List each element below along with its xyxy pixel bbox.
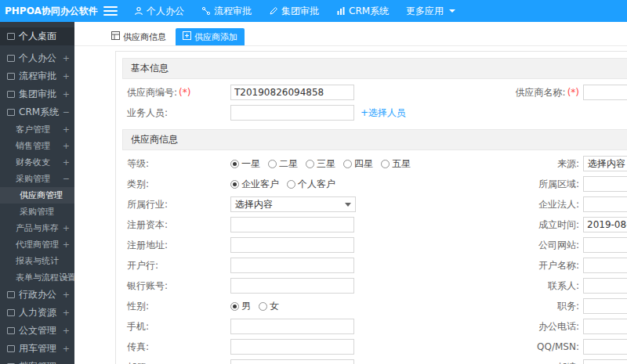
nav-personal-office[interactable]: 个人办公 bbox=[125, 0, 193, 22]
bank-no-input[interactable] bbox=[230, 278, 354, 294]
nav-group-approval[interactable]: 集团审批 bbox=[260, 0, 328, 22]
level-option[interactable]: 三星 bbox=[306, 157, 335, 171]
field-label: 传真: bbox=[116, 341, 230, 354]
expand-icon: + bbox=[63, 340, 70, 358]
fax-input[interactable] bbox=[230, 339, 354, 355]
required-mark: (*) bbox=[179, 87, 190, 98]
position-input[interactable] bbox=[583, 298, 627, 314]
expand-icon: + bbox=[63, 304, 70, 322]
mobile-input[interactable] bbox=[230, 319, 354, 334]
supplier-name-input[interactable] bbox=[583, 85, 627, 100]
sidebar-item-document-mgmt[interactable]: 公文管理 + bbox=[0, 322, 74, 340]
sales-person-input[interactable] bbox=[230, 105, 354, 121]
form-row: 性别: 男 女 职务: bbox=[116, 296, 627, 316]
office-icon bbox=[7, 291, 15, 298]
radio-icon bbox=[259, 302, 267, 311]
nav-more-apps[interactable]: 更多应用 bbox=[397, 0, 464, 22]
field-label: 办公电话: bbox=[473, 320, 583, 333]
field-label: 企业法人: bbox=[473, 198, 583, 211]
choose-person-link[interactable]: +选择人员 bbox=[361, 106, 406, 120]
email-input[interactable] bbox=[230, 359, 354, 364]
sidebar-item-supplier-mgmt[interactable]: 供应商管理 bbox=[0, 187, 74, 204]
form-add-icon bbox=[183, 31, 191, 42]
expand-icon: + bbox=[63, 49, 70, 67]
sidebar-item-product-stock[interactable]: 产品与库存 + bbox=[0, 220, 74, 236]
website-input[interactable] bbox=[583, 237, 627, 253]
supplier-no-input[interactable] bbox=[230, 85, 354, 100]
sidebar-item-crm-system[interactable]: CRM系统 − bbox=[0, 103, 74, 121]
tab-label: 供应商信息 bbox=[123, 31, 166, 43]
office-phone-input[interactable] bbox=[583, 319, 627, 334]
sidebar-item-label: 财务收支 bbox=[16, 157, 50, 168]
category-option[interactable]: 企业客户 bbox=[230, 178, 279, 191]
sidebar-item-form-flow-settings[interactable]: 表单与流程设置 + bbox=[0, 269, 74, 286]
gender-option[interactable]: 女 bbox=[259, 300, 279, 313]
form-row: 注册资本: 成立时间: bbox=[116, 214, 627, 235]
sidebar-item-agent-mgmt[interactable]: 代理商管理 + bbox=[0, 236, 74, 253]
field-label: 注册资本: bbox=[116, 218, 230, 232]
account-name-input[interactable] bbox=[583, 258, 627, 273]
field-label: 邮编: bbox=[473, 361, 583, 364]
field-label: 银行账号: bbox=[116, 279, 230, 293]
expand-icon: + bbox=[63, 85, 70, 103]
sidebar-item-label: 客户管理 bbox=[16, 124, 50, 135]
flow-icon bbox=[201, 6, 211, 16]
expand-icon: + bbox=[63, 220, 70, 236]
industry-select[interactable]: 选择内容 bbox=[230, 196, 356, 212]
reg-capital-input[interactable] bbox=[230, 217, 354, 232]
sidebar-item-purchasing[interactable]: 采购管理 bbox=[0, 204, 74, 220]
tab-supplier-add[interactable]: 供应商添加 bbox=[176, 28, 245, 45]
sidebar-item-vehicle-mgmt[interactable]: 用车管理 + bbox=[0, 340, 74, 358]
section-basic-info: 基本信息 bbox=[122, 58, 627, 79]
gender-option[interactable]: 男 bbox=[230, 300, 251, 313]
sidebar-item-admin-office[interactable]: 行政办公 + bbox=[0, 286, 74, 304]
bank-input[interactable] bbox=[230, 258, 354, 273]
nav-label: 更多应用 bbox=[406, 5, 444, 18]
source-select[interactable]: 选择内容 bbox=[583, 156, 627, 171]
form-row: 开户行: 开户名称: bbox=[116, 255, 627, 276]
menu-toggle-icon[interactable] bbox=[103, 5, 118, 16]
sidebar-item-customer-mgmt[interactable]: 客户管理 + bbox=[0, 121, 74, 138]
level-option[interactable]: 一星 bbox=[230, 157, 260, 171]
expand-icon: + bbox=[63, 358, 70, 364]
sidebar-item-group-approval[interactable]: 集团审批 + bbox=[0, 85, 74, 103]
sidebar-item-process-approval[interactable]: 流程审批 + bbox=[0, 67, 74, 85]
sidebar-item-personal-office[interactable]: 个人办公 + bbox=[0, 49, 74, 67]
expand-icon: + bbox=[63, 67, 70, 85]
level-option[interactable]: 五星 bbox=[381, 157, 411, 171]
sidebar-item-label: 采购管理 bbox=[20, 206, 54, 218]
sidebar-item-personal-desktop[interactable]: 个人桌面 bbox=[0, 27, 74, 45]
expand-icon: + bbox=[63, 154, 70, 171]
nav-process-approval[interactable]: 流程审批 bbox=[193, 0, 260, 22]
sidebar-item-archive-mgmt[interactable]: 档案管理 + bbox=[0, 358, 74, 364]
field-label: 职务: bbox=[473, 300, 583, 313]
field-label: 成立时间: bbox=[473, 218, 583, 232]
nav-crm-system[interactable]: CRM系统 bbox=[328, 0, 397, 22]
zip-input[interactable] bbox=[583, 359, 627, 364]
contact-input[interactable] bbox=[583, 278, 627, 294]
level-option[interactable]: 二星 bbox=[268, 157, 298, 171]
radio-icon bbox=[230, 302, 239, 311]
reg-address-input[interactable] bbox=[230, 237, 354, 253]
field-label: 性别: bbox=[116, 300, 230, 313]
field-label: 所属区域: bbox=[473, 178, 583, 191]
chart-icon bbox=[336, 6, 346, 16]
legal-person-input[interactable] bbox=[583, 196, 627, 212]
tab-supplier-info[interactable]: 供应商信息 bbox=[104, 28, 173, 45]
sidebar-item-hr[interactable]: 人力资源 + bbox=[0, 304, 74, 322]
form-row: 注册地址: 公司网站: bbox=[116, 235, 627, 255]
main-content: 供应商信息 供应商添加 基本信息 供应商编号:(*) 供应商名称:(*) 业务人… bbox=[74, 22, 627, 364]
qq-msn-input[interactable] bbox=[583, 339, 627, 355]
sidebar-item-reports[interactable]: 报表与统计 bbox=[0, 253, 74, 269]
sidebar-item-label: 供应商管理 bbox=[20, 189, 63, 201]
region-input[interactable] bbox=[583, 176, 627, 192]
topbar: PHPOA协同办公软件 个人办公 流程审批 集团审批 CRM系统 更多应用 bbox=[0, 0, 627, 22]
level-option[interactable]: 四星 bbox=[343, 157, 373, 171]
sidebar-item-finance[interactable]: 财务收支 + bbox=[0, 154, 74, 171]
establish-date-input[interactable] bbox=[583, 217, 627, 232]
field-label: 供应商名称:(*) bbox=[473, 86, 583, 99]
category-option[interactable]: 个人客户 bbox=[287, 178, 335, 191]
sidebar-item-sales-mgmt[interactable]: 销售管理 + bbox=[0, 138, 74, 154]
sidebar-item-purchase-mgmt[interactable]: 采购管理 − bbox=[0, 171, 74, 187]
field-label: 手机: bbox=[116, 320, 230, 333]
